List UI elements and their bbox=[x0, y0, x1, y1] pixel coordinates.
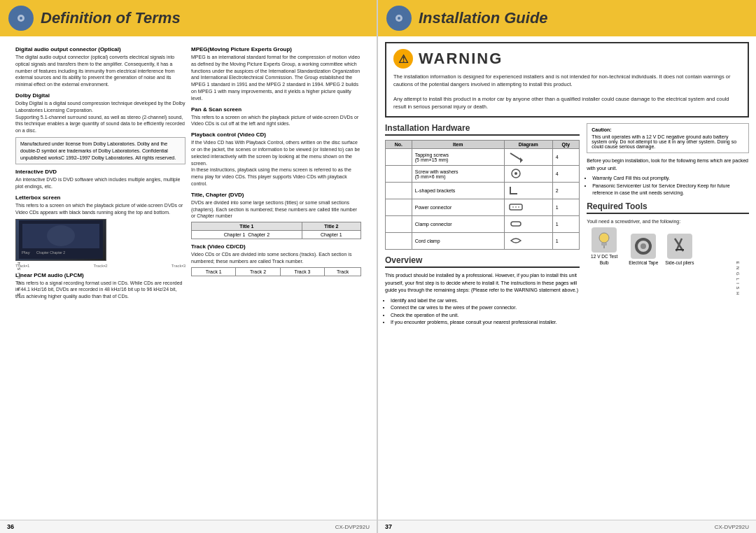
playback-control-title: Playback control (Video CD) bbox=[191, 132, 361, 138]
hw-row-4-qty: 1 bbox=[552, 199, 580, 216]
caution-text: This unit operates with a 12 V DC negati… bbox=[592, 134, 744, 149]
track-label-2: Track▪2 bbox=[93, 264, 107, 268]
hw-row-2-qty: 4 bbox=[552, 166, 580, 183]
list-item: Panasonic Servicenter List for Service D… bbox=[592, 183, 749, 197]
left-footer: 36 CX-DVP292U bbox=[0, 520, 377, 533]
right-col-side: Caution: This unit operates with a 12 V … bbox=[587, 123, 749, 327]
pan-scan-text: This refers to a screen on which the pla… bbox=[191, 114, 361, 128]
table-row: L-shaped brackets 2 bbox=[386, 183, 580, 199]
overview-text: This product should be installed by a pr… bbox=[385, 272, 580, 294]
svg-rect-19 bbox=[511, 222, 521, 226]
caution-title: Caution: bbox=[592, 127, 744, 132]
title-chapter-text: DVDs are divided into some large section… bbox=[191, 199, 361, 220]
overview-heading: Overview bbox=[385, 255, 580, 268]
mpeg-text: MPEG is an international standard format… bbox=[191, 54, 361, 102]
left-header-title: Definition of Terms bbox=[41, 9, 181, 27]
interactive-title: Interactive DVD bbox=[15, 169, 186, 175]
optical-title: Digital audio output connector (Optical) bbox=[15, 46, 186, 52]
hw-col-qty: Qty bbox=[552, 141, 580, 149]
right-header-title: Installation Guide bbox=[419, 9, 548, 27]
table-row: Clamp connector 1 bbox=[386, 216, 580, 233]
hw-row-1-no bbox=[386, 149, 412, 166]
dolby-title: Dolby Digital bbox=[15, 92, 186, 99]
svg-point-2 bbox=[20, 17, 22, 20]
svg-point-24 bbox=[640, 243, 646, 249]
table-row: Track 1 Track 2 Track 3 Track bbox=[192, 267, 361, 276]
hw-row-4-item: Power connector bbox=[412, 199, 504, 216]
left-col-1: Digital audio output connector (Optical)… bbox=[15, 42, 186, 300]
svg-rect-21 bbox=[601, 243, 607, 246]
svg-point-10 bbox=[398, 17, 400, 20]
warning-text-2: Any attempt to install this product in a… bbox=[393, 95, 741, 111]
track-cell-4: Track bbox=[325, 267, 361, 276]
track-table: Track 1 Track 2 Track 3 Track bbox=[191, 267, 361, 276]
right-header: Installation Guide bbox=[378, 0, 756, 36]
hw-row-5-no bbox=[386, 216, 412, 233]
tool-item-bulb: 12 V DC Test Bulb bbox=[587, 227, 622, 266]
chapter-cell-2: Chapter 1 bbox=[302, 231, 360, 239]
hw-row-5-diagram bbox=[504, 216, 552, 233]
required-tools-text: Youll need a screwdriver, and the follow… bbox=[587, 218, 749, 225]
table-row: Tapping screws(5 mm×15 mm) 4 bbox=[386, 149, 580, 166]
right-header-icon bbox=[386, 6, 412, 31]
caution-box: Caution: This unit operates with a 12 V … bbox=[587, 123, 749, 153]
right-two-col: Installation Hardware No. Item Diagram Q… bbox=[385, 123, 749, 327]
dolby-text2: Supporting 5.1-channel surround sound, a… bbox=[15, 114, 186, 134]
hw-col-diagram: Diagram bbox=[504, 141, 552, 149]
track-text: Video CDs or CDs are divided into some s… bbox=[191, 251, 361, 265]
hw-row-6-no bbox=[386, 233, 412, 250]
left-side-label: E N G L I S H bbox=[17, 261, 21, 295]
bulb-label: 12 V DC Test Bulb bbox=[587, 254, 622, 266]
warning-box: ⚠ WARNING The installation information i… bbox=[385, 42, 749, 118]
hw-col-no: No. bbox=[386, 141, 412, 149]
tape-icon bbox=[631, 234, 656, 259]
list-item: Warranty Card Fill this out promptly. bbox=[592, 175, 749, 183]
list-item: Identify and label the car wires. bbox=[391, 297, 580, 305]
tape-label: Electrical Tape bbox=[629, 260, 658, 266]
hw-row-2-diagram bbox=[504, 166, 552, 183]
right-page-number: 37 bbox=[385, 523, 392, 530]
right-model-number: CX-DVP292U bbox=[715, 524, 749, 530]
svg-text:Play: Play bbox=[22, 250, 30, 255]
optical-text: The digital audio output connector (opti… bbox=[15, 54, 186, 88]
right-panel: Installation Guide E N G L I S H ⚠ WARNI… bbox=[378, 0, 756, 533]
right-content: E N G L I S H ⚠ WARNING The installation… bbox=[378, 36, 756, 520]
list-item: Check the operation of the unit. bbox=[391, 312, 580, 320]
table-row: Chapter 1 Chapter 2 Chapter 1 bbox=[192, 231, 361, 239]
playback-control-text: If the Video CD has With Playback Contro… bbox=[191, 139, 361, 166]
dolby-text: Dolby Digital is a digital sound compres… bbox=[15, 100, 186, 114]
warning-heading: WARNING bbox=[419, 50, 503, 68]
track-label-3: Track▪3 bbox=[172, 264, 186, 268]
hardware-table: No. Item Diagram Qty Tapping screws(5 mm… bbox=[385, 140, 580, 250]
hw-row-4-diagram bbox=[504, 199, 552, 216]
left-page-number: 36 bbox=[7, 523, 14, 530]
right-footer: 37 CX-DVP292U bbox=[378, 520, 756, 533]
chapter-cell-1: Chapter 1 Chapter 2 bbox=[192, 231, 302, 239]
overview-bullets: Identify and label the car wires. Connec… bbox=[391, 297, 580, 327]
playback-control-text2: In these instructions, playback using th… bbox=[191, 166, 361, 187]
left-header: Definition of Terms bbox=[0, 0, 377, 36]
installation-hardware-heading: Installation Hardware bbox=[385, 123, 580, 136]
before-install-text: Before you begin installation, look for … bbox=[587, 157, 749, 172]
svg-point-5 bbox=[47, 225, 75, 246]
hw-row-1-diagram bbox=[504, 149, 552, 166]
required-tools-section: Required Tools Youll need a screwdriver,… bbox=[587, 201, 749, 266]
hw-row-1-item: Tapping screws(5 mm×15 mm) bbox=[412, 149, 504, 166]
tools-icons: 12 V DC Test Bulb Electrical Tape bbox=[587, 227, 749, 266]
hw-row-4-no bbox=[386, 199, 412, 216]
table-row: Screw with washers(5 mm×6 mm) 4 bbox=[386, 166, 580, 183]
screen-label-row: Track▪1 Track▪2 Track▪3 bbox=[15, 264, 186, 268]
table-row: Power connector 1 bbox=[386, 199, 580, 216]
list-item: If you encounter problems, please consul… bbox=[391, 319, 580, 327]
hw-row-2-item: Screw with washers(5 mm×6 mm) bbox=[412, 166, 504, 183]
hw-row-6-qty: 1 bbox=[552, 233, 580, 250]
left-model-number: CX-DVP292U bbox=[335, 524, 370, 530]
left-col-2: MPEG(Moving Picture Experts Group) MPEG … bbox=[191, 42, 361, 300]
letterbox-text: This refers to a screen on which the pla… bbox=[15, 202, 186, 216]
overview-section: Overview This product should be installe… bbox=[385, 255, 580, 327]
hw-col-item: Item bbox=[412, 141, 504, 149]
pan-scan-title: Pan & Scan screen bbox=[191, 106, 361, 113]
svg-point-20 bbox=[599, 233, 609, 243]
hw-row-5-qty: 1 bbox=[552, 216, 580, 233]
right-col-main: Installation Hardware No. Item Diagram Q… bbox=[385, 123, 580, 327]
